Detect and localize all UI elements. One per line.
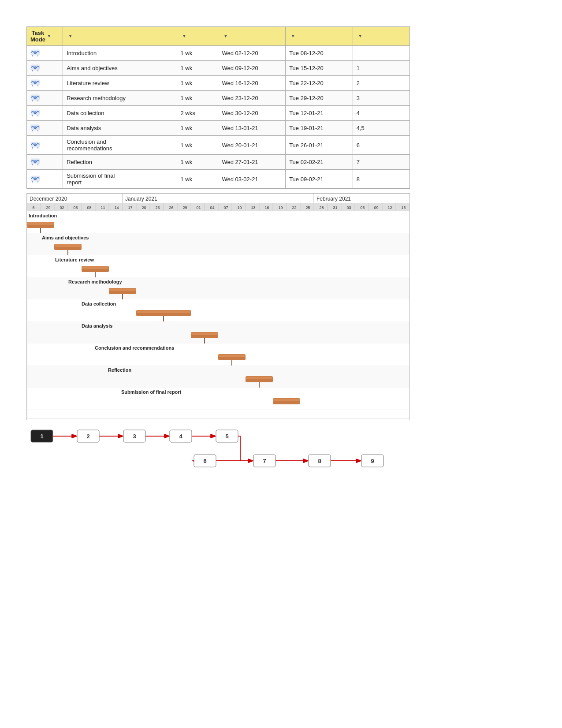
cell-predecessors: 8 [353,170,409,189]
svg-text:7: 7 [263,458,266,464]
svg-text:Submission of final report: Submission of final report [121,389,182,395]
cell-finish: Tue 19-01-21 [286,121,353,136]
sort-mode-icon[interactable]: ▼ [47,34,51,38]
svg-rect-146 [27,343,410,366]
project-table: TaskMode ▼ ▼ ▼ ▼ [26,26,410,189]
th-start: ▼ [218,27,286,46]
sort-duration-icon[interactable]: ▼ [182,34,186,38]
cell-start: Wed 30-12-20 [218,106,286,121]
cell-mode [27,106,63,121]
cell-start: Wed 27-01-21 [218,155,286,170]
svg-text:22: 22 [292,205,297,210]
task-mode-icon [30,63,40,71]
cell-predecessors [353,46,409,61]
svg-point-1 [34,51,37,54]
table-row: Aims and objectives1 wkWed 09-12-20Tue 1… [27,61,410,76]
cell-start: Wed 09-12-20 [218,61,286,76]
task-mode-icon [30,49,40,56]
svg-rect-140 [137,310,190,313]
cell-duration: 1 wk [177,121,218,136]
svg-text:6: 6 [33,205,35,210]
th-name: ▼ [63,27,177,46]
svg-rect-125 [55,244,81,247]
th-finish: ▼ [286,27,353,46]
svg-rect-160 [273,399,300,401]
svg-point-11 [34,126,37,129]
svg-text:23: 23 [156,205,160,210]
svg-rect-145 [191,332,218,335]
cell-duration: 1 wk [177,61,218,76]
sort-start-icon[interactable]: ▼ [223,34,227,38]
table-row: Conclusion andrecommendations1 wkWed 20-… [27,136,410,155]
cell-start: Wed 03-02-21 [218,170,286,189]
svg-text:29: 29 [46,205,51,210]
cell-finish: Tue 02-02-21 [286,155,353,170]
cell-predecessors: 7 [353,155,409,170]
task-mode-icon [30,93,40,101]
cell-name: Reflection [63,155,177,170]
cell-duration: 2 wks [177,106,218,121]
svg-rect-135 [109,288,136,291]
table-row: Reflection1 wkWed 27-01-21Tue 02-02-217 [27,155,410,170]
th-mode-label: TaskMode [30,30,45,43]
svg-point-3 [34,66,37,69]
svg-text:15: 15 [402,205,406,210]
table-row: Literature review1 wkWed 16-12-20Tue 22-… [27,76,410,91]
svg-text:8: 8 [318,458,321,464]
svg-text:Reflection: Reflection [108,367,131,373]
gantt-chart: December 2020January 2021February 202162… [26,193,410,420]
svg-text:Conclusion and recommendations: Conclusion and recommendations [95,345,174,351]
cell-name: Research methodology [63,91,177,106]
cell-duration: 1 wk [177,136,218,155]
svg-text:3: 3 [133,433,136,440]
svg-text:Data collection: Data collection [82,301,116,306]
svg-text:26: 26 [169,205,174,210]
svg-text:28: 28 [320,205,324,210]
svg-text:25: 25 [306,205,310,210]
sort-name-icon[interactable]: ▼ [68,34,72,38]
cell-mode [27,170,63,189]
svg-rect-130 [82,266,108,269]
svg-point-13 [34,143,37,146]
task-mode-icon [30,78,40,86]
svg-text:02: 02 [60,205,64,210]
cell-predecessors: 1 [353,61,409,76]
cell-mode [27,155,63,170]
svg-text:Literature review: Literature review [55,257,94,262]
svg-text:06: 06 [361,205,365,210]
task-mode-icon [30,141,40,149]
svg-point-17 [34,177,37,180]
svg-text:20: 20 [142,205,146,210]
svg-text:29: 29 [183,205,187,210]
cell-duration: 1 wk [177,76,218,91]
svg-rect-116 [27,211,410,233]
svg-rect-155 [246,377,272,379]
cell-mode [27,91,63,106]
cell-mode [27,121,63,136]
cell-start: Wed 13-01-21 [218,121,286,136]
th-predecessors: ▼ [353,27,409,46]
network-diagram: 123456789 [26,425,410,473]
svg-text:09: 09 [374,205,379,210]
svg-text:03: 03 [347,205,351,210]
svg-text:04: 04 [210,205,215,210]
cell-predecessors: 6 [353,136,409,155]
cell-mode [27,46,63,61]
svg-text:13: 13 [251,205,256,210]
sort-pred-icon[interactable]: ▼ [358,34,362,38]
sort-finish-icon[interactable]: ▼ [291,34,295,38]
cell-name: Literature review [63,76,177,91]
svg-point-15 [34,160,37,163]
svg-text:10: 10 [238,205,242,210]
svg-text:01: 01 [197,205,201,210]
cell-predecessors: 3 [353,91,409,106]
cell-start: Wed 23-12-20 [218,91,286,106]
svg-text:07: 07 [224,205,228,210]
cell-finish: Tue 22-12-20 [286,76,353,91]
cell-mode [27,76,63,91]
cell-mode [27,61,63,76]
svg-text:11: 11 [101,205,105,210]
table-row: Submission of finalreport1 wkWed 03-02-2… [27,170,410,189]
svg-rect-120 [27,222,54,225]
svg-text:Introduction: Introduction [29,213,57,218]
